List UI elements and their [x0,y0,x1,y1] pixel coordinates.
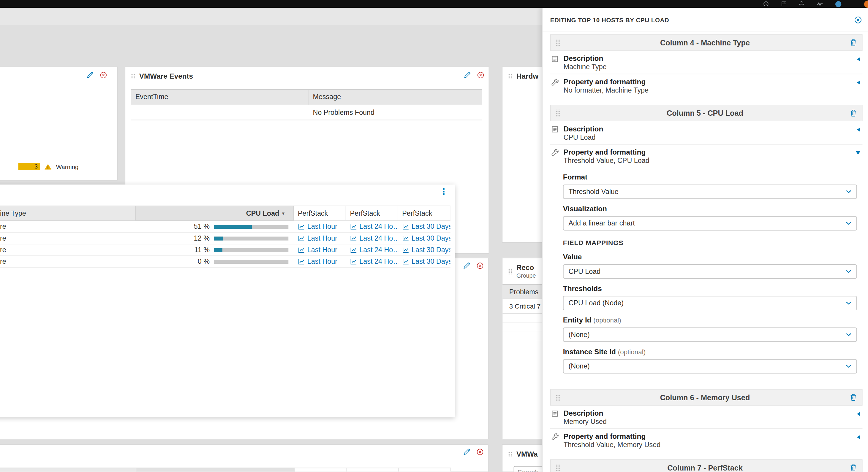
description-row[interactable]: Description Machine Type [550,51,863,74]
perfstack-link[interactable]: Last 24 Ho… [359,234,398,242]
expand-arrow-icon[interactable] [857,412,860,416]
drag-handle-icon[interactable] [556,109,560,116]
perfstack-link[interactable]: Last Hour [307,223,337,231]
machine-type-column-header[interactable]: ine Type [0,206,136,221]
line-chart-icon [350,259,357,265]
drag-handle-icon[interactable] [131,73,135,79]
line-chart-icon [298,259,305,265]
perfstack-cell: Last Hour [294,256,346,268]
perfstack-cell: Last Hour [294,233,346,244]
perfstack-column-header[interactable]: PerfStack [346,468,399,472]
perfstack-link[interactable]: Last 24 Ho… [359,258,398,266]
expand-arrow-icon[interactable] [857,57,860,61]
format-select[interactable]: Threshold Value [563,184,857,199]
visualization-label: Visualization [563,204,857,213]
perfstack-link[interactable]: Last Hour [307,246,337,254]
cpu-load-column-header[interactable]: CPU Load ▾ [136,206,294,221]
line-chart-icon [402,247,409,253]
property-formatting-row[interactable]: Property and formatting Threshold Value,… [550,144,863,167]
flag-icon[interactable] [781,1,787,7]
visualization-select[interactable]: Add a linear bar chart [563,216,857,231]
cpu-load-value: 0 % [136,258,210,266]
edit-icon[interactable] [463,262,470,269]
perfstack-column-header[interactable]: PerfStack [399,468,451,472]
trash-icon[interactable] [849,39,857,46]
collapse-arrow-icon[interactable] [856,151,860,155]
activity-icon[interactable] [816,1,823,6]
bell-icon[interactable] [799,1,804,7]
perfstack-link[interactable]: Last 24 Ho… [359,223,398,231]
remove-widget-icon[interactable] [477,71,484,79]
line-chart-icon [402,259,409,265]
instance-site-id-label: Instance Site Id (optional) [563,347,857,356]
warning-count-bar: 3 [19,163,40,170]
perfstack-link[interactable]: Last 30 Days [411,223,451,231]
column6-section-header: Column 6 - Memory Used [550,389,863,406]
edit-icon[interactable] [86,71,94,79]
perfstack-column-header[interactable]: PerfStack [294,468,347,472]
wrench-icon [552,148,564,157]
remove-widget-icon[interactable] [476,448,484,456]
sort-arrow-icon[interactable]: ▾ [282,211,284,216]
cpu-load-bar [214,260,288,264]
trash-icon[interactable] [849,109,857,117]
column-header-message[interactable]: Message [308,90,482,105]
perfstack-link[interactable]: Last 24 Ho… [359,246,398,254]
drag-handle-icon[interactable] [556,464,560,471]
user-avatar[interactable] [835,1,842,7]
description-row[interactable]: Description CPU Load [550,121,863,144]
history-icon[interactable] [763,1,769,7]
edit-icon[interactable] [464,71,471,79]
alert-indicator-icon[interactable] [864,1,868,8]
warning-label[interactable]: Warning [56,163,79,170]
drag-handle-icon[interactable] [556,394,560,401]
line-chart-icon [298,235,305,241]
property-formatting-row[interactable]: Property and formatting Threshold Value,… [550,428,863,451]
table-header-row: ine Type CPU Load ▾ PerfStack PerfStack … [0,206,455,221]
column-header-eventtime[interactable]: EventTime [131,90,309,105]
property-formatting-row[interactable]: Property and formatting No formatter, Ma… [550,74,863,97]
table-row: re 51 % Last Hour Last 24 Ho… Last 30 Da… [0,221,455,233]
thresholds-select[interactable]: CPU Load (Node) [563,296,857,310]
remove-widget-icon[interactable] [100,71,107,79]
top-hosts-table-overlay: ⋮ ine Type CPU Load ▾ PerfStack PerfStac… [0,184,455,417]
description-row[interactable]: Description Memory Used [550,406,863,428]
cpu-load-column-header[interactable]: CPU Load ▾ [136,468,294,472]
trash-icon[interactable] [849,464,857,471]
drag-handle-icon[interactable] [508,451,513,457]
expand-arrow-icon[interactable] [857,80,860,85]
drag-handle-icon[interactable] [508,268,513,274]
machine-type-column-header[interactable]: ine Type [0,468,136,472]
drag-handle-icon[interactable] [556,39,560,46]
line-chart-icon [298,224,305,230]
trash-icon[interactable] [849,393,857,401]
top-navigation-bar [0,0,868,8]
perfstack-link[interactable]: Last Hour [307,234,337,242]
perfstack-link[interactable]: Last Hour [307,258,337,266]
widget-title: VMWa [517,450,538,458]
cpu-load-cell: 51 % [136,221,294,233]
perfstack-cell: Last 24 Ho… [346,256,399,268]
perfstack-link[interactable]: Last 30 Days [411,246,451,254]
description-icon [552,54,564,63]
machine-type-cell: re [0,244,136,256]
perfstack-link[interactable]: Last 30 Days [411,258,451,266]
edit-icon[interactable] [463,448,470,456]
perfstack-link[interactable]: Last 30 Days [411,234,451,242]
drag-handle-icon[interactable] [508,73,513,79]
line-chart-icon [350,235,357,241]
close-icon[interactable] [854,16,862,24]
expand-arrow-icon[interactable] [857,128,860,132]
expand-arrow-icon[interactable] [857,435,860,439]
perfstack-column-header[interactable]: PerfStack [346,206,399,221]
cpu-load-value: 11 % [136,246,210,254]
instance-site-id-select[interactable]: (None) [563,359,857,373]
perfstack-cell: Last 30 Days [398,244,451,256]
perfstack-column-header[interactable]: PerfStack [294,206,346,221]
kebab-menu-icon[interactable]: ⋮ [439,187,448,196]
perfstack-column-header[interactable]: PerfStack [398,206,451,221]
description-icon [552,125,564,133]
entity-id-select[interactable]: (None) [563,328,857,342]
remove-widget-icon[interactable] [476,262,484,269]
value-select[interactable]: CPU Load [563,264,857,279]
